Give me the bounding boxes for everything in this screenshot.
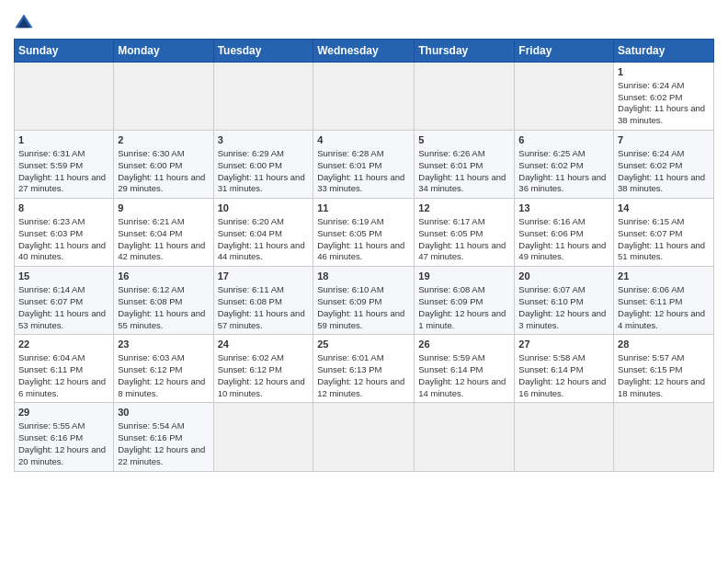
daylight-text: Daylight: 12 hours and 20 minutes.	[18, 444, 106, 466]
sunset-text: Sunset: 6:14 PM	[418, 364, 483, 374]
day-number: 19	[418, 270, 510, 283]
day-number: 11	[317, 201, 410, 215]
calendar-cell: 27Sunrise: 5:58 AMSunset: 6:14 PMDayligh…	[515, 335, 614, 403]
sunrise-text: Sunrise: 6:10 AM	[317, 284, 383, 294]
calendar-header-friday: Friday	[515, 40, 614, 63]
calendar-cell: 14Sunrise: 6:15 AMSunset: 6:07 PMDayligh…	[614, 199, 714, 267]
sunrise-text: Sunrise: 6:25 AM	[518, 148, 585, 158]
day-number: 4	[317, 133, 410, 147]
daylight-text: Daylight: 11 hours and 51 minutes.	[618, 240, 705, 262]
calendar-cell: 5Sunrise: 6:26 AMSunset: 6:01 PMDaylight…	[415, 131, 515, 199]
calendar-cell: 18Sunrise: 6:10 AMSunset: 6:09 PMDayligh…	[313, 267, 415, 335]
sunrise-text: Sunrise: 5:58 AM	[518, 352, 585, 362]
day-number: 6	[518, 133, 609, 147]
sunset-text: Sunset: 6:12 PM	[218, 364, 282, 374]
calendar-cell	[114, 63, 213, 131]
day-number: 2	[118, 133, 209, 147]
sunset-text: Sunset: 5:59 PM	[18, 160, 83, 170]
day-number: 3	[218, 133, 310, 147]
day-number: 5	[418, 133, 510, 147]
day-number: 12	[418, 201, 510, 215]
calendar-cell: 22Sunrise: 6:04 AMSunset: 6:11 PMDayligh…	[15, 335, 114, 403]
calendar-cell	[415, 63, 515, 131]
sunset-text: Sunset: 6:14 PM	[518, 364, 583, 374]
daylight-text: Daylight: 11 hours and 38 minutes.	[618, 172, 705, 194]
day-number: 10	[218, 201, 310, 215]
sunset-text: Sunset: 6:03 PM	[18, 228, 83, 238]
calendar-cell: 25Sunrise: 6:01 AMSunset: 6:13 PMDayligh…	[313, 335, 415, 403]
sunrise-text: Sunrise: 6:30 AM	[118, 148, 184, 158]
calendar-cell: 9Sunrise: 6:21 AMSunset: 6:04 PMDaylight…	[114, 199, 213, 267]
sunset-text: Sunset: 6:11 PM	[618, 296, 682, 306]
daylight-text: Daylight: 11 hours and 59 minutes.	[317, 308, 404, 330]
daylight-text: Daylight: 12 hours and 16 minutes.	[518, 376, 606, 398]
daylight-text: Daylight: 12 hours and 1 minute.	[418, 308, 506, 330]
daylight-text: Daylight: 11 hours and 38 minutes.	[618, 103, 705, 125]
calendar-cell: 1Sunrise: 6:31 AMSunset: 5:59 PMDaylight…	[15, 131, 114, 199]
day-number: 18	[317, 270, 410, 283]
calendar-cell: 8Sunrise: 6:23 AMSunset: 6:03 PMDaylight…	[15, 199, 114, 267]
logo-icon	[14, 13, 34, 33]
day-number: 17	[218, 270, 310, 283]
calendar-cell: 26Sunrise: 5:59 AMSunset: 6:14 PMDayligh…	[415, 335, 515, 403]
sunrise-text: Sunrise: 5:54 AM	[118, 420, 184, 431]
sunset-text: Sunset: 6:11 PM	[18, 364, 83, 374]
daylight-text: Daylight: 11 hours and 46 minutes.	[317, 240, 404, 262]
header	[14, 9, 714, 33]
daylight-text: Daylight: 11 hours and 33 minutes.	[317, 172, 404, 194]
sunrise-text: Sunrise: 6:20 AM	[218, 216, 284, 226]
sunrise-text: Sunrise: 6:24 AM	[618, 80, 684, 90]
calendar-header-thursday: Thursday	[415, 40, 515, 63]
calendar-cell	[313, 403, 415, 471]
sunset-text: Sunset: 6:09 PM	[317, 296, 381, 306]
sunrise-text: Sunrise: 6:01 AM	[317, 352, 383, 362]
calendar-cell: 21Sunrise: 6:06 AMSunset: 6:11 PMDayligh…	[614, 267, 714, 335]
logo	[14, 13, 36, 33]
sunset-text: Sunset: 6:00 PM	[118, 160, 182, 170]
calendar-cell: 15Sunrise: 6:14 AMSunset: 6:07 PMDayligh…	[15, 267, 114, 335]
sunset-text: Sunset: 6:01 PM	[317, 160, 381, 170]
calendar-cell: 3Sunrise: 6:29 AMSunset: 6:00 PMDaylight…	[213, 131, 313, 199]
sunset-text: Sunset: 6:12 PM	[118, 364, 182, 374]
daylight-text: Daylight: 12 hours and 22 minutes.	[118, 444, 205, 466]
sunrise-text: Sunrise: 6:08 AM	[418, 284, 484, 294]
calendar-cell	[213, 63, 313, 131]
sunrise-text: Sunrise: 6:16 AM	[518, 216, 585, 226]
calendar-week-row: 29Sunrise: 5:55 AMSunset: 6:16 PMDayligh…	[15, 403, 714, 471]
daylight-text: Daylight: 11 hours and 34 minutes.	[418, 172, 506, 194]
sunrise-text: Sunrise: 6:26 AM	[418, 148, 484, 158]
daylight-text: Daylight: 11 hours and 49 minutes.	[518, 240, 606, 262]
sunrise-text: Sunrise: 5:57 AM	[618, 352, 684, 362]
calendar-cell: 10Sunrise: 6:20 AMSunset: 6:04 PMDayligh…	[213, 199, 313, 267]
calendar-cell: 29Sunrise: 5:55 AMSunset: 6:16 PMDayligh…	[15, 403, 114, 471]
sunrise-text: Sunrise: 6:11 AM	[218, 284, 284, 294]
calendar-cell: 20Sunrise: 6:07 AMSunset: 6:10 PMDayligh…	[515, 267, 614, 335]
calendar-week-row: 8Sunrise: 6:23 AMSunset: 6:03 PMDaylight…	[15, 199, 714, 267]
calendar-cell: 13Sunrise: 6:16 AMSunset: 6:06 PMDayligh…	[515, 199, 614, 267]
sunset-text: Sunset: 6:08 PM	[118, 296, 182, 306]
sunrise-text: Sunrise: 6:17 AM	[418, 216, 484, 226]
daylight-text: Daylight: 11 hours and 29 minutes.	[118, 172, 205, 194]
sunrise-text: Sunrise: 6:15 AM	[618, 216, 684, 226]
calendar-week-row: 1Sunrise: 6:31 AMSunset: 5:59 PMDaylight…	[15, 131, 714, 199]
day-number: 7	[618, 133, 710, 147]
day-number: 25	[317, 338, 410, 351]
day-number: 26	[418, 338, 510, 351]
sunrise-text: Sunrise: 5:59 AM	[418, 352, 484, 362]
sunrise-text: Sunrise: 6:28 AM	[317, 148, 383, 158]
sunset-text: Sunset: 6:05 PM	[418, 228, 483, 238]
day-number: 15	[18, 270, 109, 283]
sunset-text: Sunset: 6:01 PM	[418, 160, 483, 170]
calendar-cell	[415, 403, 515, 471]
sunrise-text: Sunrise: 6:23 AM	[18, 216, 85, 226]
calendar-cell: 2Sunrise: 6:30 AMSunset: 6:00 PMDaylight…	[114, 131, 213, 199]
daylight-text: Daylight: 11 hours and 36 minutes.	[518, 172, 606, 194]
sunset-text: Sunset: 6:16 PM	[118, 432, 182, 442]
calendar-week-row: 1Sunrise: 6:24 AMSunset: 6:02 PMDaylight…	[15, 63, 714, 131]
day-number: 20	[518, 270, 609, 283]
sunset-text: Sunset: 6:00 PM	[218, 160, 282, 170]
sunrise-text: Sunrise: 6:31 AM	[18, 148, 85, 158]
calendar-cell: 30Sunrise: 5:54 AMSunset: 6:16 PMDayligh…	[114, 403, 213, 471]
calendar-header-wednesday: Wednesday	[313, 40, 415, 63]
calendar-header-sunday: Sunday	[15, 40, 114, 63]
